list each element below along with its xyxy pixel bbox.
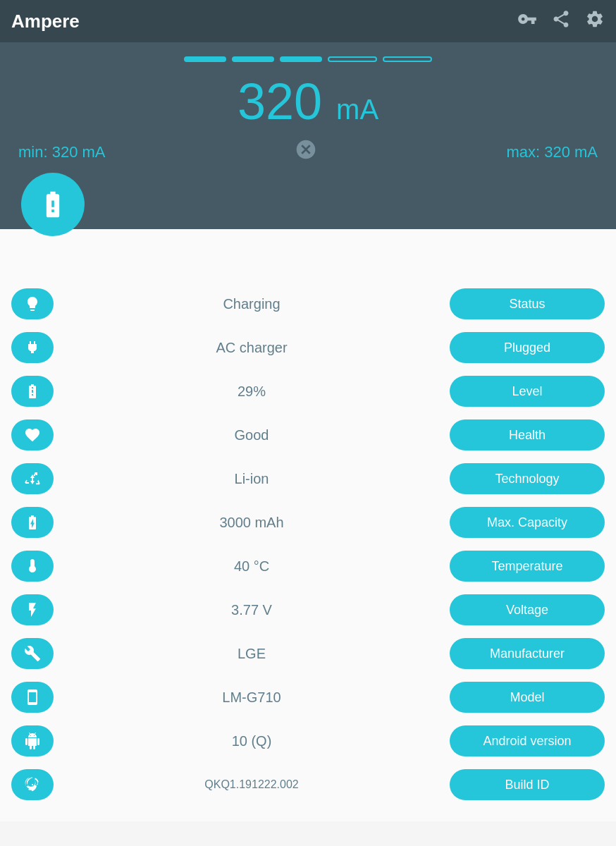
value-manufacturer: Manufacturer [450,638,605,669]
row-battery-level: 29% Level [11,373,605,410]
label-ac-charger: AC charger [54,340,450,356]
label-model-value: LM-G710 [54,689,450,706]
value-plugged: Plugged [450,332,605,363]
label-manufacturer-value: LGE [54,646,450,662]
label-voltage-value: 3.77 V [54,602,450,618]
bar-seg-4 [328,56,377,62]
label-health-value: Good [54,427,450,443]
min-value: min: 320 mA [18,143,106,161]
value-android-version: Android version [450,725,605,756]
label-capacity-value: 3000 mAh [54,515,450,531]
row-temperature: 40 °C Temperature [11,548,605,584]
value-level: Level [450,376,605,407]
row-charging: Charging Status [11,286,605,322]
reset-button[interactable] [295,138,317,166]
value-voltage: Voltage [450,594,605,625]
min-max-row: min: 320 mA max: 320 mA [11,138,605,166]
value-temperature: Temperature [450,551,605,582]
icon-fan [11,769,54,800]
current-number: 320 [238,73,322,130]
meter-area: 320 mA min: 320 mA max: 320 mA [0,42,616,187]
row-health: Good Health [11,417,605,453]
icon-heart [11,419,54,450]
bar-seg-2 [232,56,274,62]
max-value: max: 320 mA [506,143,598,161]
main-reading: 320 mA [238,76,378,127]
header-icons [517,9,605,34]
bar-seg-1 [184,56,226,62]
current-value: 320 mA [238,73,378,130]
battery-circle-wrapper [0,187,616,229]
label-level-pct: 29% [54,384,450,400]
value-status: Status [450,288,605,319]
battery-circle-button[interactable] [21,173,85,236]
info-list: Charging Status AC charger Plugged 29% L… [0,229,616,821]
icon-wrench [11,638,54,669]
icon-battery-level [11,376,54,407]
icon-android [11,725,54,756]
settings-icon[interactable] [585,9,605,34]
label-technology-value: Li-ion [54,471,450,487]
row-manufacturer: LGE Manufacturer [11,635,605,672]
app-title: Ampere [11,11,80,32]
value-health: Health [450,419,605,450]
value-model: Model [450,682,605,713]
icon-bolt [11,594,54,625]
row-android-version: 10 (Q) Android version [11,723,605,759]
label-charging: Charging [54,296,450,312]
bar-seg-5 [383,56,432,62]
icon-recycle [11,463,54,494]
share-icon[interactable] [551,9,571,34]
row-technology: Li-ion Technology [11,460,605,497]
label-build-id-value: QKQ1.191222.002 [54,778,450,791]
bar-seg-3 [280,56,322,62]
current-unit: mA [336,94,378,125]
icon-thermometer [11,551,54,582]
icon-battery-charge [11,507,54,538]
value-max-capacity: Max. Capacity [450,507,605,538]
label-android-value: 10 (Q) [54,733,450,749]
row-model: LM-G710 Model [11,679,605,716]
label-temperature-value: 40 °C [54,558,450,575]
icon-lightbulb [11,288,54,319]
app-header: Ampere [0,0,616,42]
row-build-id: QKQ1.191222.002 Build ID [11,766,605,803]
progress-bar-row [184,56,432,62]
value-technology: Technology [450,463,605,494]
row-voltage: 3.77 V Voltage [11,591,605,628]
row-ac-charger: AC charger Plugged [11,329,605,366]
icon-plug [11,332,54,363]
icon-phone [11,682,54,713]
value-build-id: Build ID [450,769,605,800]
key-icon[interactable] [517,9,537,34]
row-max-capacity: 3000 mAh Max. Capacity [11,504,605,541]
